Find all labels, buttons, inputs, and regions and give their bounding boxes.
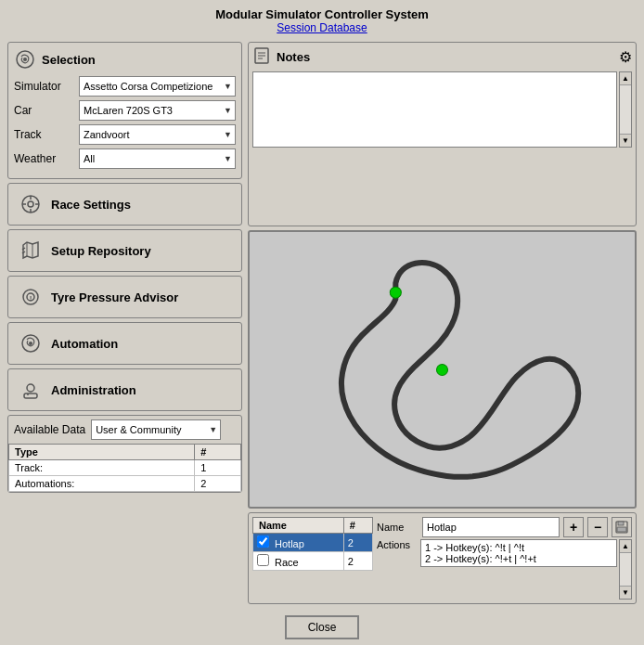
main-content: Selection Simulator Assetto Corsa Compet… — [0, 36, 644, 610]
session-row-hotlap[interactable]: Hotlap 2 — [253, 534, 373, 552]
action-line-2: 2 -> Hotkey(s): ^!+t | ^!+t — [425, 553, 612, 564]
tyre-pressure-label: Tyre Pressure Advisor — [51, 290, 178, 304]
administration-nav[interactable]: Administration — [7, 368, 242, 411]
setup-repository-label: Setup Repository — [51, 244, 151, 258]
session-race-count: 2 — [343, 552, 372, 571]
selection-icon — [14, 48, 36, 71]
name-field-label: Name — [377, 522, 419, 533]
car-label: Car — [14, 104, 79, 117]
session-table: Name # Hotlap 2 — [252, 517, 373, 571]
col-count: # — [195, 445, 241, 460]
car-select[interactable]: McLaren 720S GT3 Ferrari 488 GT3 — [79, 100, 236, 121]
track-select[interactable]: Zandvoort Monza Spa — [79, 124, 236, 145]
notes-label: Notes — [277, 50, 310, 64]
track-row: Track Zandvoort Monza Spa — [14, 124, 236, 145]
action-line-1: 1 -> Hotkey(s): ^!t | ^!t — [425, 542, 612, 553]
available-data-table: Type # Track: 1 Automations: 2 — [8, 444, 241, 492]
track-point-2 — [436, 364, 447, 375]
automation-icon — [18, 330, 44, 356]
actions-scroll-track — [620, 553, 631, 586]
track-map-svg — [250, 232, 635, 507]
svg-rect-25 — [618, 522, 624, 525]
session-row-race[interactable]: Race 2 — [253, 552, 373, 571]
available-data-header: Available Data User & Community User Com… — [8, 416, 241, 444]
table-row: Automations: 2 — [9, 476, 241, 492]
bottom-inner: Name # Hotlap 2 — [252, 517, 632, 600]
row1-type: Track: — [9, 460, 195, 476]
notes-textarea[interactable] — [252, 71, 617, 148]
session-database-link[interactable]: Session Database — [277, 21, 367, 34]
track-map-area — [248, 230, 637, 509]
simulator-row: Simulator Assetto Corsa Competizione iRa… — [14, 76, 236, 97]
simulator-label: Simulator — [14, 80, 79, 93]
administration-icon — [18, 377, 44, 403]
available-data-select[interactable]: User & Community User Community — [91, 419, 221, 440]
race-settings-nav[interactable]: Race Settings — [7, 183, 242, 226]
actions-row: Actions 1 -> Hotkey(s): ^!t | ^!t 2 -> H… — [377, 539, 632, 600]
weather-select[interactable]: All Dry Wet — [79, 148, 236, 169]
notes-header: Notes ⚙ — [252, 46, 632, 68]
actions-scroll-down[interactable]: ▼ — [620, 586, 631, 599]
save-session-button[interactable] — [612, 517, 632, 537]
svg-rect-18 — [24, 393, 37, 398]
svg-point-16 — [29, 342, 32, 345]
simulator-select-wrapper: Assetto Corsa Competizione iRacing rFact… — [79, 76, 236, 97]
actions-scrollbar: ▲ ▼ — [619, 539, 632, 600]
svg-point-3 — [28, 201, 33, 207]
svg-rect-26 — [617, 527, 626, 532]
session-hotlap-checkbox[interactable] — [257, 535, 269, 548]
available-data-label: Available Data — [14, 423, 85, 436]
main-window: Modular Simulator Controller System Sess… — [0, 0, 644, 645]
scroll-up-btn[interactable]: ▲ — [620, 72, 631, 85]
setup-repository-icon — [18, 238, 44, 264]
race-settings-label: Race Settings — [51, 198, 131, 212]
available-data-select-wrapper: User & Community User Community — [91, 419, 221, 440]
notes-icon — [252, 46, 271, 68]
row1-count: 1 — [195, 460, 241, 476]
name-row: Name + − — [377, 517, 632, 537]
session-list: Name # Hotlap 2 — [252, 517, 373, 600]
weather-select-wrapper: All Dry Wet — [79, 148, 236, 169]
notes-content: ▲ ▼ — [252, 71, 632, 148]
close-button[interactable]: Close — [285, 615, 359, 639]
notes-settings-icon[interactable]: ⚙ — [619, 48, 632, 66]
title-bar: Modular Simulator Controller System Sess… — [0, 0, 644, 36]
weather-label: Weather — [14, 152, 79, 165]
setup-repository-nav[interactable]: Setup Repository — [7, 229, 242, 272]
session-panel: Name # Hotlap 2 — [248, 512, 637, 604]
svg-point-19 — [27, 393, 29, 395]
actions-label: Actions — [377, 539, 419, 550]
session-race-checkbox[interactable] — [257, 554, 269, 566]
footer: Close — [0, 610, 644, 645]
automation-nav[interactable]: Automation — [7, 322, 242, 365]
name-actions-panel: Name + − — [377, 517, 632, 600]
car-row: Car McLaren 720S GT3 Ferrari 488 GT3 — [14, 100, 236, 121]
add-session-button[interactable]: + — [563, 517, 584, 537]
track-point-1 — [390, 287, 401, 298]
remove-session-button[interactable]: − — [587, 517, 608, 537]
selection-header: Selection — [14, 48, 236, 71]
session-hotlap-name: Hotlap — [253, 534, 344, 552]
scroll-down-btn[interactable]: ▼ — [620, 134, 631, 147]
svg-point-1 — [23, 58, 27, 61]
row2-count: 2 — [195, 476, 241, 492]
actions-scroll-up[interactable]: ▲ — [620, 540, 631, 553]
session-race-name: Race — [253, 552, 344, 571]
actions-container: 1 -> Hotkey(s): ^!t | ^!t 2 -> Hotkey(s)… — [420, 539, 617, 567]
selection-section: Selection Simulator Assetto Corsa Compet… — [7, 42, 242, 179]
table-row: Track: 1 — [9, 460, 241, 476]
app-title: Modular Simulator Controller System — [0, 7, 644, 21]
svg-point-17 — [27, 384, 34, 392]
notes-section: Notes ⚙ ▲ ▼ — [248, 42, 637, 226]
tyre-pressure-nav[interactable]: ! Tyre Pressure Advisor — [7, 276, 242, 318]
weather-row: Weather All Dry Wet — [14, 148, 236, 169]
track-select-wrapper: Zandvoort Monza Spa — [79, 124, 236, 145]
notes-scrollbar: ▲ ▼ — [619, 71, 632, 148]
actions-box[interactable]: 1 -> Hotkey(s): ^!t | ^!t 2 -> Hotkey(s)… — [420, 539, 617, 567]
selection-label: Selection — [42, 53, 96, 67]
simulator-select[interactable]: Assetto Corsa Competizione iRacing rFact… — [79, 76, 236, 97]
svg-text:!: ! — [30, 294, 32, 303]
administration-label: Administration — [51, 383, 136, 397]
session-hotlap-count: 2 — [343, 534, 372, 552]
name-field-input[interactable] — [422, 517, 560, 537]
